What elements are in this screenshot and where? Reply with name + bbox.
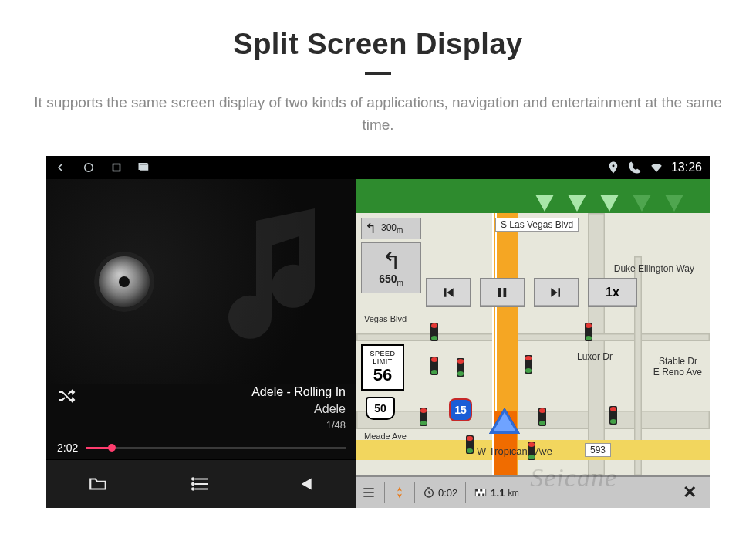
track-meta: Adele - Rolling In Adele 1/48: [46, 384, 356, 437]
location-icon: [606, 161, 620, 174]
street-label: Luxor Dr: [572, 350, 617, 363]
progress-row: 2:02: [46, 437, 356, 459]
phone-icon: [628, 161, 642, 174]
turn-left-icon: ↰: [382, 249, 401, 272]
turn-panel: ↰ 300m ↰ 650m: [361, 218, 421, 293]
clock: 13:26: [671, 161, 702, 174]
traffic-light-icon: [528, 442, 535, 460]
speed-label: LIMIT: [373, 357, 393, 365]
disc-icon: [99, 256, 150, 307]
lane-guidance-bar: [356, 179, 710, 213]
turn-unit: m: [397, 226, 403, 235]
traffic-light-icon: [609, 406, 617, 425]
eta-value: 0:02: [438, 487, 457, 499]
next-next-turn: ↰ 300m: [361, 218, 421, 239]
next-turn: ↰ 650m: [361, 242, 421, 293]
street-label: S Las Vegas Blvd: [495, 218, 579, 232]
android-statusbar: 13:26: [46, 156, 710, 179]
street-label: Meade Ave: [359, 431, 411, 442]
navigation-pane: S Las Vegas Blvd Duke Ellington Way E Re…: [356, 179, 710, 508]
shuffle-icon[interactable]: [57, 384, 76, 432]
street-label: E Reno Ave: [649, 366, 707, 378]
folder-button[interactable]: [85, 471, 111, 497]
traffic-light-icon: [457, 358, 464, 377]
svg-rect-13: [478, 494, 481, 496]
device-screenshot: 13:26 Adele - Rolling In Adele 1/48: [46, 156, 710, 508]
svg-point-4: [192, 478, 194, 479]
street-label: Vegas Blvd: [359, 313, 411, 324]
nav-home-icon[interactable]: [82, 161, 96, 174]
lane-arrow-icon: [600, 195, 619, 212]
traffic-light-icon: [430, 323, 438, 341]
nav-bottom-bar: 0:02 1.1 km ✕: [356, 475, 710, 508]
svg-rect-14: [483, 494, 485, 496]
svg-point-6: [192, 488, 194, 489]
svg-point-5: [192, 483, 194, 485]
svg-rect-8: [504, 288, 507, 297]
page-title: Split Screen Display: [233, 28, 522, 61]
track-title: Adele - Rolling In: [251, 384, 346, 401]
traffic-light-icon: [538, 408, 546, 426]
progress-bar[interactable]: [86, 447, 346, 449]
wifi-icon: [650, 161, 663, 174]
road: [356, 411, 710, 429]
elapsed-time: 2:02: [57, 442, 78, 454]
music-player-pane: Adele - Rolling In Adele 1/48 2:02: [46, 179, 356, 508]
lane-arrow-icon: [568, 195, 586, 212]
interstate-shield: 15: [449, 398, 472, 421]
dist-value: 1.1: [491, 487, 505, 499]
road: [356, 333, 710, 341]
exit-label: 593: [585, 443, 611, 457]
vehicle-cursor-icon: [489, 408, 520, 434]
previous-button[interactable]: [292, 471, 318, 497]
page-subtitle: It supports the same screen display of t…: [31, 92, 725, 136]
traffic-light-icon: [585, 323, 592, 341]
album-art-area: [46, 179, 356, 384]
lane-arrow-icon: [665, 195, 683, 212]
nav-back-icon[interactable]: [54, 161, 68, 174]
dist-unit: km: [508, 488, 518, 497]
recenter-button[interactable]: [393, 486, 407, 499]
traffic-light-icon: [420, 408, 427, 426]
track-artist: Adele: [251, 401, 346, 418]
lane-arrow-icon: [633, 195, 651, 212]
turn-unit: m: [397, 278, 403, 286]
eta-time: 0:02: [423, 486, 457, 499]
nav-recent-icon[interactable]: [110, 161, 123, 174]
screenshot-icon[interactable]: [137, 161, 151, 174]
svg-rect-12: [481, 489, 483, 492]
sim-speed-button[interactable]: 1x: [588, 278, 637, 307]
page: Split Screen Display It supports the sam…: [0, 0, 756, 555]
distance-remaining: 1.1 km: [474, 486, 519, 499]
speed-value: 56: [373, 365, 392, 385]
menu-button[interactable]: [361, 485, 376, 500]
road: [588, 213, 605, 475]
sim-next-button[interactable]: [534, 278, 579, 307]
turn-dist: 300: [381, 222, 397, 233]
close-button[interactable]: ✕: [674, 479, 705, 506]
sim-controls: 1x: [426, 278, 705, 307]
street-label: Stable Dr: [654, 355, 702, 367]
player-bottom-bar: [46, 459, 356, 508]
street-label: W Tropicana Ave: [472, 445, 557, 458]
track-counter: 1/48: [251, 418, 346, 432]
svg-rect-7: [498, 288, 501, 297]
sim-pause-button[interactable]: [480, 278, 525, 307]
svg-point-0: [85, 164, 93, 172]
split-container: Adele - Rolling In Adele 1/48 2:02: [46, 179, 710, 508]
playlist-button[interactable]: [188, 471, 214, 497]
sim-prev-button[interactable]: [426, 278, 471, 307]
turn-left-icon: ↰: [365, 222, 376, 235]
music-note-icon: [194, 195, 349, 364]
speed-label: SPEED: [370, 350, 395, 357]
lane-arrow-icon: [535, 195, 554, 212]
traffic-light-icon: [525, 355, 532, 374]
turn-dist: 650: [379, 272, 397, 285]
title-underline: [365, 72, 391, 75]
speed-limit-sign: SPEED LIMIT 56: [361, 344, 404, 391]
hwy-shield: 50: [366, 397, 395, 420]
traffic-light-icon: [466, 435, 474, 454]
traffic-light-icon: [430, 357, 438, 375]
street-label: Duke Ellington Way: [609, 262, 699, 275]
svg-rect-11: [476, 489, 478, 492]
